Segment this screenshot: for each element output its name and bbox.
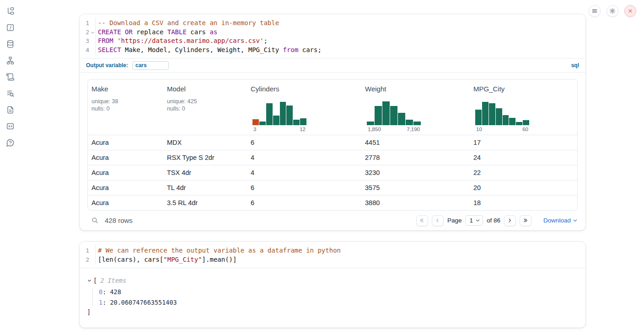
histogram-bar xyxy=(398,113,405,125)
tree-entry-separator: : xyxy=(102,288,110,296)
previous-page-button[interactable] xyxy=(432,215,444,226)
histogram-bars xyxy=(252,100,306,125)
line-number: 2 xyxy=(80,28,89,37)
page-select[interactable]: 1 xyxy=(465,215,483,226)
column-histogram: 312 xyxy=(252,100,306,132)
table-row: AcuraMDX6445117 xyxy=(88,135,577,150)
histogram-bar xyxy=(475,110,482,125)
histogram-bar xyxy=(286,106,293,125)
column-histogram: 1060 xyxy=(475,100,529,132)
histogram-max-label: 60 xyxy=(522,127,528,132)
output-variable-label: Output variable: xyxy=(86,62,128,69)
table-cell: TL 4dr xyxy=(163,184,247,191)
scratchpad-icon[interactable] xyxy=(6,73,15,81)
histogram-bar xyxy=(252,119,259,125)
tree-entry-key: 0 xyxy=(99,288,102,296)
histogram-labels: 1060 xyxy=(475,127,529,132)
column-header-cylinders[interactable]: Cylinders312 xyxy=(247,79,361,135)
column-header-weight[interactable]: Weight1,8507,190 xyxy=(361,79,470,135)
column-name: Make xyxy=(91,85,160,93)
open-bracket: [ xyxy=(93,276,97,285)
fold-chevron-icon[interactable] xyxy=(91,31,95,35)
table-cell: 3.5 RL 4dr xyxy=(163,199,247,206)
close-bracket: ] xyxy=(87,307,578,317)
histogram-labels: 312 xyxy=(252,127,306,132)
column-nulls-stat: nulls: 0 xyxy=(91,105,160,112)
code-line: 4SELECT Make, Model, Cylinders, Weight, … xyxy=(80,46,585,55)
table-cell: 6 xyxy=(247,184,361,191)
output-variable-row: Output variable: sql xyxy=(80,58,585,72)
chevron-down-icon xyxy=(475,218,480,223)
histogram-bars xyxy=(367,100,421,125)
histogram-bar xyxy=(259,122,266,125)
code-text: -- Download a CSV and create an in-memor… xyxy=(89,19,279,28)
table-cell: 20 xyxy=(470,184,577,191)
download-button[interactable]: Download xyxy=(543,217,578,224)
column-header-mpg_city[interactable]: MPG_City1060 xyxy=(470,79,577,135)
help-icon[interactable] xyxy=(6,138,15,147)
column-name: MPG_City xyxy=(473,85,574,93)
table-cell: 18 xyxy=(470,199,577,206)
pagination: Page 1 of 86 Download xyxy=(416,215,578,226)
download-label: Download xyxy=(543,217,571,224)
histogram-bar xyxy=(482,102,488,125)
menu-button[interactable] xyxy=(589,5,601,17)
chevrons-right-icon xyxy=(522,217,528,223)
table-cell: 24 xyxy=(470,154,577,161)
shutdown-button[interactable] xyxy=(624,5,636,17)
column-nulls-stat: nulls: 0 xyxy=(167,105,243,112)
next-page-button[interactable] xyxy=(504,215,516,226)
first-page-button[interactable] xyxy=(416,215,428,226)
variables-icon[interactable]: f xyxy=(6,23,15,32)
python-cell: 1# We can reference the output variable … xyxy=(79,241,586,328)
documentation-icon[interactable] xyxy=(6,106,15,114)
code-line: 2[len(cars), cars["MPG_City"].mean()] xyxy=(80,255,585,264)
histogram-bar xyxy=(509,118,515,125)
logs-icon[interactable] xyxy=(6,89,15,98)
column-name: Cylinders xyxy=(251,85,358,93)
table-cell: 6 xyxy=(247,139,361,146)
histogram-bar xyxy=(293,120,300,125)
code-line: 2CREATE OR replace TABLE cars as xyxy=(80,28,585,37)
collapse-chevron-icon[interactable] xyxy=(87,278,92,283)
language-badge[interactable]: sql xyxy=(571,62,579,69)
code-text: CREATE OR replace TABLE cars as xyxy=(89,28,217,37)
database-icon[interactable] xyxy=(6,40,15,48)
column-header-make[interactable]: Makeunique: 38nulls: 0 xyxy=(88,79,163,135)
table-cell: 4 xyxy=(247,169,361,176)
data-table: Makeunique: 38nulls: 0Modelunique: 425nu… xyxy=(87,79,578,211)
search-icon[interactable] xyxy=(91,217,99,224)
histogram-bar xyxy=(266,103,273,125)
code-text: [len(cars), cars["MPG_City"].mean()] xyxy=(89,255,236,264)
histogram-bar xyxy=(496,108,502,125)
hamburger-menu-icon xyxy=(591,8,598,14)
table-cell: 17 xyxy=(470,139,577,146)
code-text: SELECT Make, Model, Cylinders, Weight, M… xyxy=(89,46,322,55)
divider xyxy=(80,72,585,73)
table-header-row: Makeunique: 38nulls: 0Modelunique: 425nu… xyxy=(88,79,577,135)
table-cell: 4 xyxy=(247,154,361,161)
column-header-model[interactable]: Modelunique: 425nulls: 0 xyxy=(163,79,247,135)
page-select-value: 1 xyxy=(469,217,473,224)
tree-entry: 1: 20.060747663551403 xyxy=(99,297,578,308)
output-variable-input[interactable] xyxy=(132,61,169,70)
dependency-graph-icon[interactable] xyxy=(6,56,15,65)
snippets-icon[interactable] xyxy=(6,122,15,131)
python-editor[interactable]: 1# We can reference the output variable … xyxy=(80,242,585,268)
table-cell: Acura xyxy=(88,169,163,176)
code-line: 1-- Download a CSV and create an in-memo… xyxy=(80,19,585,28)
histogram-bar xyxy=(367,122,374,125)
svg-text:f: f xyxy=(10,25,11,30)
items-count-label: 2 Items xyxy=(100,276,126,285)
sql-editor[interactable]: 1-- Download a CSV and create an in-memo… xyxy=(80,14,585,58)
file-tree-icon[interactable] xyxy=(6,7,15,16)
table-cell: Acura xyxy=(88,139,163,146)
column-name: Weight xyxy=(365,85,466,93)
page-label: Page xyxy=(447,217,462,224)
settings-button[interactable] xyxy=(606,5,618,17)
histogram-min-label: 1,850 xyxy=(368,127,381,132)
last-page-button[interactable] xyxy=(520,215,531,226)
table-row: AcuraRSX Type S 2dr4277824 xyxy=(88,150,577,165)
histogram-bar xyxy=(503,115,509,125)
table-cell: 6 xyxy=(247,199,361,206)
